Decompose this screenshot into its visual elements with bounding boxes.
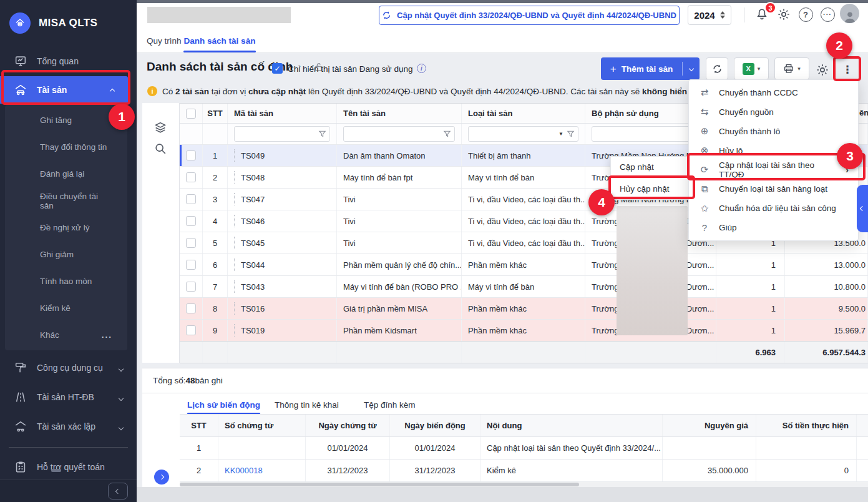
panel-collapse-tab[interactable] [857, 185, 868, 232]
column-header-amount: Số tiền thực hiện [756, 415, 857, 436]
sidebar-subitem[interactable]: Ghi giảm [5, 241, 127, 268]
sidebar-subitem[interactable]: Tính hao mòn [5, 268, 127, 295]
document-link[interactable]: KK000018 [218, 460, 306, 481]
filter-type[interactable]: ▼ [462, 124, 585, 144]
horizontal-scrollbar[interactable] [180, 482, 868, 487]
row-checkbox[interactable] [180, 189, 203, 210]
sidebar-item-assets[interactable]: Tài sản [0, 76, 128, 104]
sidebar-subitem[interactable]: Kiểm kê [5, 295, 127, 322]
tree-indent-mark [234, 215, 235, 227]
row-checkbox[interactable] [180, 298, 203, 319]
column-header-stt[interactable]: STT [203, 104, 228, 123]
tab-asset-list[interactable]: Danh sách tài sản [183, 31, 256, 51]
sidebar-item-infrastructure[interactable]: Tài sản HT-ĐB [0, 382, 137, 411]
table-row[interactable]: 9 TS019 Phần mềm Kidsmart Phần mềm khác … [180, 320, 868, 342]
info-icon[interactable]: i [417, 64, 426, 73]
help-button[interactable]: ? [797, 6, 814, 22]
column-header-name[interactable]: Tên tài sản [337, 104, 462, 123]
table-row[interactable]: 7 TS043 Máy vi tính để bàn (ROBO PRO ...… [180, 276, 868, 298]
menu-item[interactable]: ⇄ Chuyển thành CCDC [689, 83, 858, 102]
cell-cost: 10.800.0 [785, 276, 868, 297]
sidebar-subitem[interactable]: Đánh giá lại [5, 160, 127, 187]
cell-type: Ti vi, đầu Video, các loại đầu th... [462, 189, 585, 210]
select-all-checkbox[interactable] [180, 104, 203, 123]
tab-attachments[interactable]: Tệp đính kèm [364, 396, 416, 413]
sidebar-item-established-assets[interactable]: Tài sản xác lập [0, 411, 137, 441]
add-asset-button[interactable]: + Thêm tài sản [601, 57, 700, 80]
history-row[interactable]: 1 01/01/2024 01/01/2024 Cập nhật loại tà… [180, 437, 868, 460]
sidebar-subitem[interactable]: Khác ... [5, 322, 127, 348]
group-layers-button[interactable] [154, 121, 167, 134]
row-checkbox[interactable] [180, 254, 203, 275]
refresh-button[interactable] [706, 57, 728, 80]
row-checkbox[interactable] [180, 276, 203, 297]
filter-name[interactable] [337, 124, 462, 144]
cell-name: Máy tính để bàn fpt [337, 167, 462, 188]
submenu-item[interactable]: Cập nhật [611, 157, 695, 178]
scrollbar-thumb[interactable] [180, 483, 579, 486]
gear-icon [816, 63, 829, 77]
notifications-button[interactable]: 3 [754, 6, 770, 22]
settings-button[interactable] [776, 6, 792, 22]
more-options-button[interactable]: ··· [819, 6, 836, 22]
tab-movement-history[interactable]: Lịch sử biến động [187, 396, 260, 413]
column-header-code[interactable]: Mã tài sản [228, 104, 337, 123]
menu-item-label: Chuyển nguồn [719, 107, 774, 117]
row-checkbox[interactable] [180, 167, 203, 188]
print-button[interactable]: ▾ [774, 57, 809, 80]
cell-type: Thiết bị âm thanh [462, 145, 585, 166]
table-row[interactable]: 8 TS016 Giá trị phần mềm MISA Phần mềm k… [180, 298, 868, 320]
filter-code[interactable] [228, 124, 337, 144]
table-settings-button[interactable] [814, 62, 831, 78]
cell-stt: 1 [180, 437, 218, 459]
tree-indent-mark [234, 171, 235, 184]
menu-item[interactable]: ? Giúp [689, 218, 858, 237]
expand-panel-button[interactable] [154, 470, 169, 485]
menu-item[interactable]: ⧉ Chuyển loại tài sản hàng loạt [689, 179, 858, 199]
export-excel-button[interactable]: X▾ [734, 57, 769, 80]
year-stepper-icon[interactable] [720, 11, 725, 19]
show-in-use-checkbox[interactable]: ✓ [272, 63, 283, 74]
history-table-body: 1 01/01/2024 01/01/2024 Cập nhật loại tà… [180, 437, 868, 482]
sidebar-item-overview[interactable]: Tổng quan [0, 46, 137, 76]
year-selector[interactable]: 2024 [688, 5, 731, 25]
sidebar-item-settlement[interactable]: Hỗ trợ quyết toán [0, 453, 137, 481]
asset-table-totals: 6.963 6.957.544.3 [180, 342, 868, 363]
tab-declaration-info[interactable]: Thông tin kê khai [275, 396, 339, 413]
funnel-icon [318, 130, 326, 138]
row-checkbox[interactable] [180, 145, 203, 166]
menu-item-icon: ⇄ [698, 87, 711, 98]
add-asset-dropdown[interactable] [683, 67, 700, 71]
sidebar-subitem[interactable]: Thay đổi thông tin [5, 134, 127, 160]
tab-process[interactable]: Quy trình [147, 31, 182, 51]
table-row[interactable]: 6 TS044 Phần mềm quản lý chế độ chín... … [180, 254, 868, 276]
cell-name: Tivi [337, 210, 462, 232]
menu-item[interactable]: ⟳ Cập nhật loại tài sản theo TT/QĐ › [689, 160, 858, 180]
user-avatar[interactable] [840, 4, 859, 23]
misa-logo-icon [9, 12, 31, 34]
cell-stt: 1 [203, 145, 228, 166]
update-decision-button[interactable]: Cập nhật Quyết định 33/2024/QĐ-UBND và Q… [379, 6, 680, 25]
sidebar-collapse-button[interactable] [108, 483, 128, 500]
menu-item[interactable]: ⇆ Chuyển nguồn [689, 102, 858, 122]
app-brand: MISA QLTS [0, 0, 137, 46]
sidebar-subitem[interactable]: Đề nghị xử lý [5, 214, 127, 241]
annotation-step-4: 4 [588, 189, 615, 215]
row-checkbox[interactable] [180, 210, 203, 232]
row-checkbox[interactable] [180, 320, 203, 341]
search-button[interactable] [154, 142, 167, 155]
sidebar-item-label: Tài sản [37, 85, 67, 95]
menu-item[interactable]: ⊕ Chuyển thành lô [689, 122, 858, 141]
more-actions-button[interactable]: ⋮ [838, 61, 857, 78]
sidebar-item-tools[interactable]: Công cụ dụng cụ [0, 353, 137, 382]
menu-item[interactable]: ✩ Chuẩn hóa dữ liệu tài sản công [689, 199, 858, 218]
row-checkbox[interactable] [180, 232, 203, 253]
cell-type: Phần mềm khác [462, 298, 585, 319]
sidebar-subitem[interactable]: Điều chuyển tài sản [5, 187, 127, 214]
menu-item[interactable]: ⊗ Hủy lô [689, 141, 858, 160]
submenu-item[interactable]: Hủy cập nhật [611, 178, 695, 199]
history-row[interactable]: 2 KK000018 31/12/2023 31/12/2023 Kiểm kê… [180, 460, 868, 482]
sidebar-item-label: Tổng quan [37, 56, 79, 66]
document-link[interactable] [218, 437, 306, 459]
column-header-type[interactable]: Loại tài sản [462, 104, 585, 123]
